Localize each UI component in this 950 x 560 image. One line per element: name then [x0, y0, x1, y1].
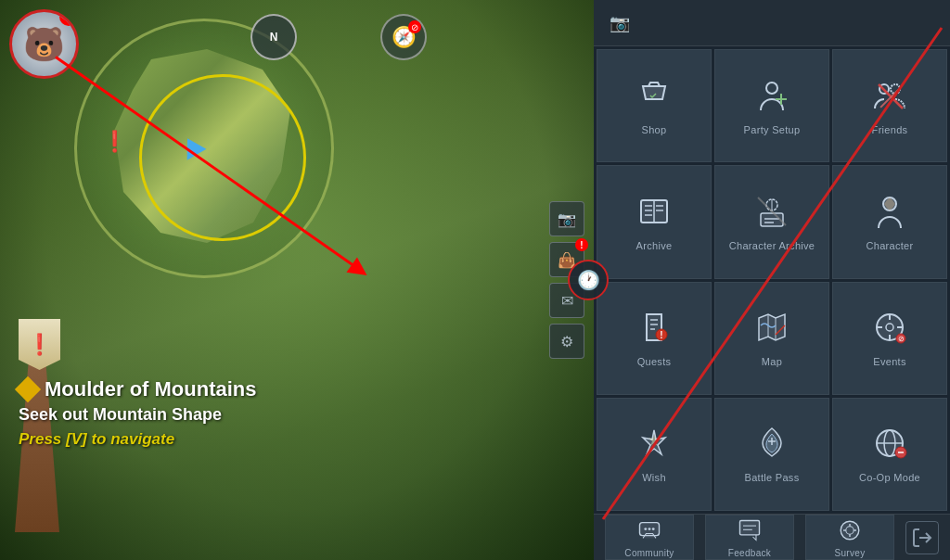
menu-item-party-setup[interactable]: Party Setup	[714, 49, 829, 162]
gear-icon[interactable]: ⚙	[549, 324, 584, 359]
events-label: Events	[873, 356, 905, 367]
feedback-label: Feedback	[728, 548, 771, 558]
left-panel: 🐻 N 🧭⊘ ❗ ❗ Moulder of Mountains Seek out…	[0, 0, 594, 560]
quests-label: Quests	[637, 356, 672, 367]
avatar[interactable]: 🐻	[9, 9, 79, 79]
quest-subtitle: Seek out Mountain Shape	[19, 405, 257, 425]
quest-navigate-hint: Press [V] to navigate	[19, 430, 257, 449]
menu-item-survey[interactable]: Survey	[805, 515, 894, 560]
svg-rect-32	[740, 520, 760, 534]
community-icon	[636, 517, 662, 546]
menu-item-shop[interactable]: Shop	[597, 49, 712, 162]
map-icon	[753, 309, 790, 350]
shop-icon	[635, 77, 673, 119]
archive-label: Archive	[636, 240, 673, 251]
survey-label: Survey	[835, 548, 866, 558]
friends-label: Friends	[872, 124, 908, 135]
quest-clock-icon: 🕐	[568, 260, 609, 300]
quest-marker: ❗	[102, 130, 127, 154]
events-icon: ⊘	[871, 309, 908, 350]
co-op-label: Co-Op Mode	[859, 472, 920, 483]
svg-point-0	[766, 83, 777, 94]
community-label: Community	[624, 548, 674, 558]
archive-icon	[635, 193, 673, 235]
menu-item-character[interactable]: Character	[832, 165, 947, 278]
camera-icon[interactable]: 📷	[549, 201, 584, 236]
menu-item-wish[interactable]: Wish	[597, 398, 712, 511]
friends-icon	[871, 77, 908, 119]
menu-item-feedback[interactable]: Feedback	[705, 515, 794, 560]
right-wrapper: 🕐 📷 Shop	[594, 0, 950, 560]
menu-item-map[interactable]: Map	[714, 282, 829, 395]
wish-label: Wish	[642, 472, 666, 483]
party-setup-icon	[753, 77, 790, 119]
character-label: Character	[867, 240, 914, 251]
menu-item-archive[interactable]: Archive	[597, 165, 712, 278]
svg-text:!: !	[660, 330, 662, 340]
character-archive-label: Character Archive	[729, 240, 815, 251]
svg-text:⊘: ⊘	[898, 335, 905, 343]
navigation-icon[interactable]: 🧭⊘	[380, 14, 427, 60]
menu-item-friends[interactable]: Friends	[832, 49, 947, 162]
quest-title: Moulder of Mountains	[19, 377, 257, 401]
map-label: Map	[762, 356, 782, 367]
menu-item-battle-pass[interactable]: Battle Pass	[714, 398, 829, 511]
character-icon	[871, 193, 908, 235]
co-op-icon	[871, 425, 908, 466]
battle-pass-icon	[753, 425, 790, 466]
quests-icon: !	[635, 309, 673, 350]
right-panel: 📷 Shop	[594, 0, 950, 560]
quest-banner-icon: ❗	[19, 319, 60, 370]
shop-label: Shop	[642, 124, 667, 135]
menu-item-community[interactable]: Community	[605, 515, 694, 560]
character-archive-icon	[753, 193, 790, 235]
wish-icon	[635, 425, 673, 466]
feedback-icon	[737, 517, 763, 546]
quest-info-panel: ❗ Moulder of Mountains Seek out Mountain…	[19, 319, 257, 449]
party-setup-label: Party Setup	[744, 124, 801, 135]
menu-item-character-archive[interactable]: Character Archive	[714, 165, 829, 278]
menu-item-quests[interactable]: ! Quests	[597, 282, 712, 395]
survey-icon	[837, 517, 863, 546]
battle-pass-label: Battle Pass	[745, 472, 800, 483]
compass: N	[250, 14, 297, 60]
svg-point-31	[652, 528, 655, 530]
menu-grid: Shop Party Setup	[594, 46, 950, 514]
svg-point-2	[891, 84, 900, 94]
svg-point-30	[648, 528, 651, 530]
svg-point-29	[644, 528, 647, 530]
bottom-bar: Community Feedback	[594, 514, 950, 560]
exit-icon[interactable]	[905, 521, 939, 554]
camera-top-icon[interactable]: 📷	[605, 8, 635, 38]
menu-item-events[interactable]: ⊘ Events	[832, 282, 947, 395]
menu-item-co-op[interactable]: Co-Op Mode	[832, 398, 947, 511]
top-bar: 📷	[594, 0, 950, 46]
quest-diamond-icon	[15, 376, 41, 402]
